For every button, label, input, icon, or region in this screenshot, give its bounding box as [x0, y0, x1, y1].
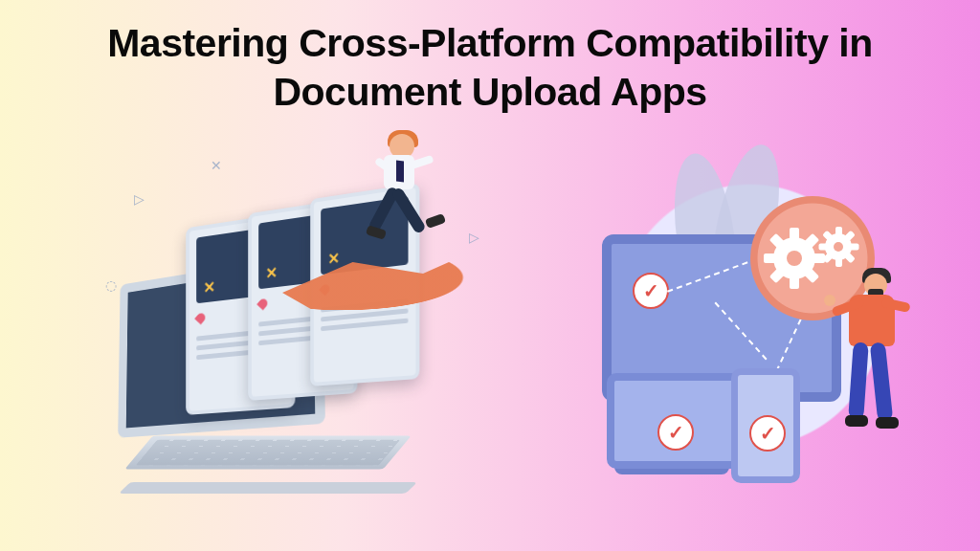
- title-line-1: Mastering Cross-Platform Compatibility i…: [107, 21, 873, 65]
- page-title: Mastering Cross-Platform Compatibility i…: [0, 19, 980, 118]
- title-line-2: Document Upload Apps: [273, 70, 706, 114]
- check-badge-icon: ✓: [633, 273, 669, 309]
- heart-icon: [194, 312, 207, 325]
- decoration-icon: ▷: [469, 230, 479, 245]
- decoration-icon: ▷: [134, 191, 145, 207]
- x-badge-icon: ✕: [328, 249, 340, 268]
- laptop-keyboard-icon: [124, 436, 411, 470]
- illustration-area: ▷ ◌ ○ ✕ ▷ ✕ ✕ ✕: [0, 143, 980, 545]
- decoration-icon: ✕: [211, 158, 222, 173]
- check-badge-icon: ✓: [749, 415, 786, 452]
- phone-device-icon: ✓: [731, 368, 800, 483]
- heart-icon: [256, 298, 269, 311]
- x-badge-icon: ✕: [204, 277, 215, 297]
- illustration-devices-sync: ✓ ✓ ✓: [568, 182, 932, 488]
- illustration-laptop-runner: ▷ ◌ ○ ✕ ▷ ✕ ✕ ✕: [96, 153, 498, 517]
- check-badge-icon: ✓: [657, 414, 694, 451]
- gear-icon: [773, 237, 815, 279]
- decoration-icon: ◌: [105, 277, 117, 293]
- tablet-device-icon: ✓: [607, 373, 741, 469]
- gear-icon: [825, 233, 852, 260]
- person-running-icon: [349, 134, 455, 268]
- person-worker-icon: [822, 268, 927, 478]
- laptop-base-icon: [119, 482, 417, 494]
- x-badge-icon: ✕: [266, 263, 278, 282]
